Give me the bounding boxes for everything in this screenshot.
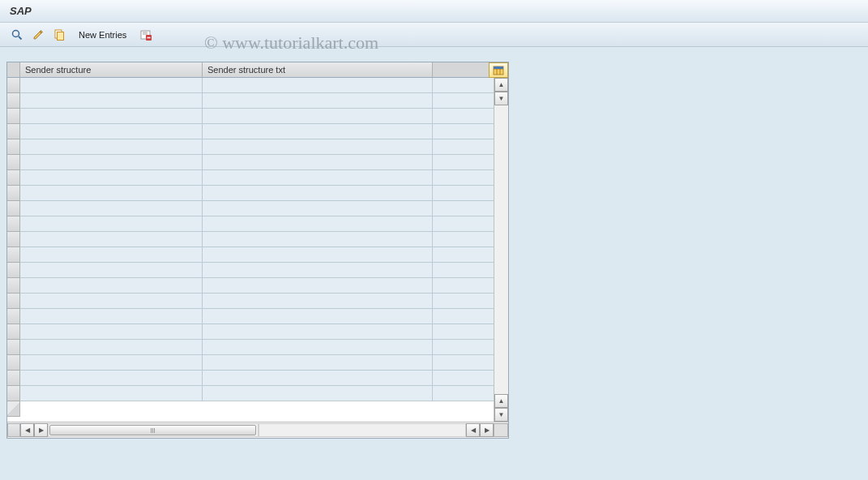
scroll-right-button[interactable]: ▶ (34, 423, 48, 437)
scroll-down-button-2[interactable]: ▼ (494, 408, 508, 422)
cell-sender-structure[interactable] (20, 371, 203, 386)
cell-sender-structure-txt[interactable] (203, 93, 433, 109)
row-selector[interactable] (7, 247, 20, 263)
pencil-edit-icon (32, 28, 45, 41)
h-scroll-track-1[interactable] (48, 423, 259, 437)
column-header-sender-structure-txt[interactable]: Sender structure txt (203, 62, 433, 77)
cell-sender-structure[interactable] (20, 294, 203, 309)
cell-sender-structure[interactable] (20, 278, 203, 294)
cell-sender-structure-txt[interactable] (203, 216, 433, 232)
table-row (7, 201, 508, 216)
toolbar: New Entries (0, 23, 868, 47)
cell-sender-structure-txt[interactable] (203, 139, 433, 155)
table-row (7, 78, 508, 93)
row-selector[interactable] (7, 139, 20, 155)
cell-sender-structure-txt[interactable] (203, 109, 433, 124)
cell-sender-structure-txt[interactable] (203, 247, 433, 263)
row-end-fill (20, 401, 508, 417)
table-settings-icon (493, 65, 504, 76)
cell-sender-structure[interactable] (20, 186, 203, 201)
content-area: Sender structure Sender structure txt ▲ … (0, 47, 868, 439)
h-scroll-track-2[interactable] (259, 423, 466, 437)
row-selector[interactable] (7, 355, 20, 371)
scroll-up-button-2[interactable]: ▲ (494, 394, 508, 408)
cell-sender-structure-txt[interactable] (203, 201, 433, 216)
cell-sender-structure-txt[interactable] (203, 386, 433, 401)
table-row-end (7, 401, 508, 417)
cell-sender-structure[interactable] (20, 124, 203, 139)
row-selector[interactable] (7, 155, 20, 170)
scroll-left-button-2[interactable]: ◀ (466, 423, 480, 437)
cell-sender-structure[interactable] (20, 170, 203, 186)
row-selector[interactable] (7, 109, 20, 124)
copy-button[interactable] (50, 26, 68, 44)
cell-sender-structure-txt[interactable] (203, 324, 433, 340)
cell-sender-structure[interactable] (20, 386, 203, 401)
cell-sender-structure-txt[interactable] (203, 355, 433, 371)
row-selector[interactable] (7, 186, 20, 201)
row-selector[interactable] (7, 232, 20, 247)
cell-sender-structure[interactable] (20, 93, 203, 109)
cell-sender-structure-txt[interactable] (203, 294, 433, 309)
table-header-row: Sender structure Sender structure txt (7, 62, 508, 78)
row-selector[interactable] (7, 278, 20, 294)
row-selector-end (7, 401, 20, 417)
cell-sender-structure[interactable] (20, 78, 203, 93)
row-selector[interactable] (7, 93, 20, 109)
cell-sender-structure[interactable] (20, 247, 203, 263)
cell-sender-structure[interactable] (20, 109, 203, 124)
row-selector[interactable] (7, 371, 20, 386)
cell-sender-structure-txt[interactable] (203, 263, 433, 278)
cell-sender-structure-txt[interactable] (203, 232, 433, 247)
cell-sender-structure-txt[interactable] (203, 278, 433, 294)
row-selector[interactable] (7, 78, 20, 93)
row-selector[interactable] (7, 309, 20, 324)
cell-sender-structure[interactable] (20, 139, 203, 155)
row-selector[interactable] (7, 324, 20, 340)
row-selector[interactable] (7, 263, 20, 278)
cell-sender-structure-txt[interactable] (203, 340, 433, 355)
row-selector[interactable] (7, 216, 20, 232)
cell-sender-structure-txt[interactable] (203, 186, 433, 201)
search-glass-button[interactable] (8, 26, 26, 44)
h-scroll-thumb[interactable] (49, 425, 256, 435)
scroll-down-button[interactable]: ▼ (494, 92, 508, 105)
delete-button[interactable] (137, 26, 155, 44)
cell-sender-structure[interactable] (20, 309, 203, 324)
row-selector[interactable] (7, 340, 20, 355)
row-selector[interactable] (7, 201, 20, 216)
horizontal-scrollbar[interactable]: ◀ ▶ ◀ ▶ (7, 422, 508, 438)
column-header-sender-structure[interactable]: Sender structure (20, 62, 203, 77)
cell-sender-structure-txt[interactable] (203, 170, 433, 186)
table-settings-button[interactable] (489, 62, 508, 78)
row-selector[interactable] (7, 386, 20, 401)
cell-sender-structure[interactable] (20, 340, 203, 355)
scroll-right-button-2[interactable]: ▶ (480, 423, 494, 437)
table-body (7, 78, 508, 422)
scroll-up-button[interactable]: ▲ (494, 78, 508, 92)
row-selector[interactable] (7, 124, 20, 139)
edit-button[interactable] (29, 26, 47, 44)
cell-sender-structure[interactable] (20, 232, 203, 247)
cell-sender-structure-txt[interactable] (203, 124, 433, 139)
cell-sender-structure-txt[interactable] (203, 309, 433, 324)
table-row (7, 186, 508, 201)
cell-sender-structure[interactable] (20, 355, 203, 371)
select-all-cell[interactable] (7, 62, 20, 77)
copy-icon (53, 28, 66, 41)
cell-sender-structure[interactable] (20, 263, 203, 278)
cell-sender-structure-txt[interactable] (203, 78, 433, 93)
scroll-track-top[interactable] (494, 105, 508, 394)
new-entries-button[interactable]: New Entries (71, 27, 134, 43)
cell-sender-structure[interactable] (20, 201, 203, 216)
cell-sender-structure-txt[interactable] (203, 155, 433, 170)
table-row (7, 340, 508, 355)
cell-sender-structure-txt[interactable] (203, 371, 433, 386)
cell-sender-structure[interactable] (20, 155, 203, 170)
row-selector[interactable] (7, 294, 20, 309)
vertical-scrollbar[interactable]: ▲ ▼ ▲ ▼ (494, 78, 508, 422)
row-selector[interactable] (7, 170, 20, 186)
cell-sender-structure[interactable] (20, 216, 203, 232)
cell-sender-structure[interactable] (20, 324, 203, 340)
scroll-left-button[interactable]: ◀ (20, 423, 34, 437)
